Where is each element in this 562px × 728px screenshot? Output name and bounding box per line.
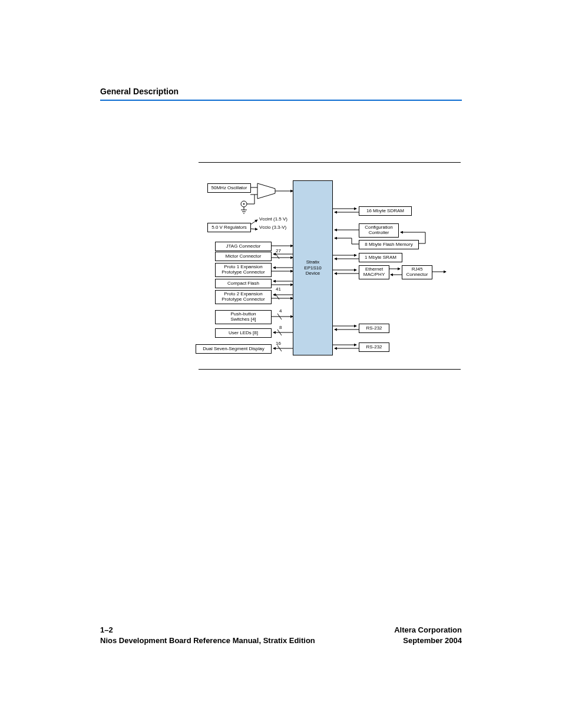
footer-company: Altera Corporation bbox=[394, 625, 462, 634]
svg-line-12 bbox=[250, 220, 257, 225]
footer-left: 1–2 Nios Development Board Reference Man… bbox=[100, 625, 315, 645]
footer-manual-title: Nios Development Board Reference Manual,… bbox=[100, 636, 315, 645]
header-rule bbox=[100, 100, 462, 101]
section-title: General Description bbox=[100, 87, 462, 96]
svg-marker-0 bbox=[257, 183, 275, 199]
svg-line-13 bbox=[250, 229, 257, 229]
footer-page-number: 1–2 bbox=[100, 625, 113, 634]
block-diagram: Stratix EP1S10 Device 50MHz Oscillator 5… bbox=[199, 162, 461, 370]
page-header: General Description bbox=[100, 87, 462, 101]
svg-point-5 bbox=[243, 203, 244, 205]
footer-right: Altera Corporation September 2004 bbox=[394, 625, 462, 645]
connectors-svg bbox=[199, 163, 461, 369]
footer-date: September 2004 bbox=[403, 636, 462, 645]
page-footer: 1–2 Nios Development Board Reference Man… bbox=[100, 625, 462, 645]
